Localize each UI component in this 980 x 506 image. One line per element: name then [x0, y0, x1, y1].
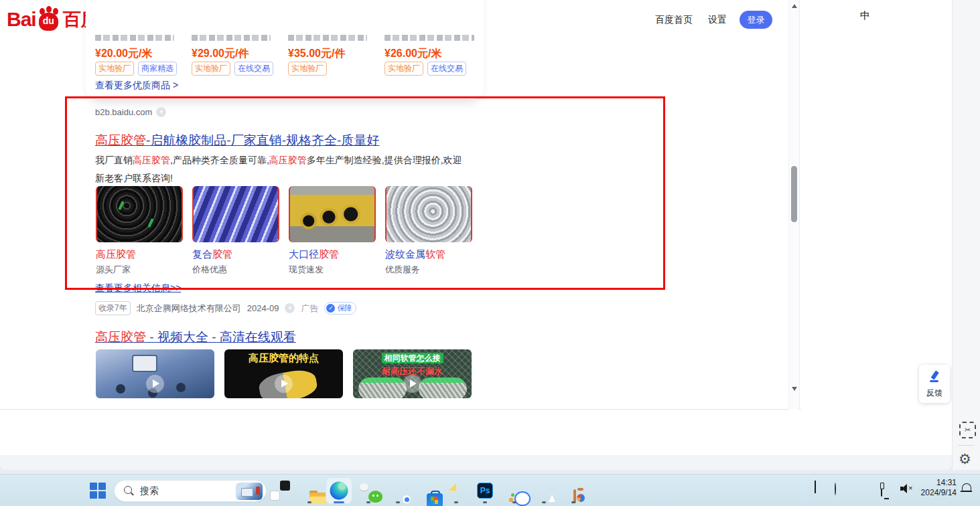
running-indicator	[571, 501, 575, 503]
scroll-up-arrow-icon[interactable]	[792, 4, 797, 8]
taskbar-search-label: 搜索	[140, 485, 159, 497]
search-highlight-image	[236, 483, 263, 500]
edge-browser-button[interactable]	[326, 477, 352, 504]
thumbnail-art	[358, 377, 407, 398]
scrollbar-thumb[interactable]	[791, 166, 797, 222]
more-related-link[interactable]: 查看更多相关信息>>	[95, 282, 181, 294]
video-thumb-connect[interactable]: 相同软管怎么接 耐高压还不漏水	[353, 349, 472, 398]
badge-verified-factory: 实地验厂	[95, 62, 134, 76]
truncated-product-title	[288, 35, 367, 41]
product-thumb-composite-hose[interactable]	[192, 186, 279, 242]
baidu-logo-bai: Bai	[7, 8, 36, 31]
notification-bell-icon[interactable]	[962, 483, 971, 491]
icon-art	[360, 483, 368, 491]
product-price: ¥20.00元/米	[95, 47, 152, 61]
check-icon: ✓	[326, 304, 335, 313]
chat-app-button[interactable]	[501, 477, 528, 504]
product-thumb-subtitle: 优质服务	[385, 264, 420, 276]
task-view-button[interactable]	[267, 477, 293, 504]
title-keyword: 高压胶管	[95, 133, 146, 147]
product-thumb-large-pipe[interactable]	[289, 186, 376, 242]
video-thumb-features[interactable]: 高压胶管的特点	[224, 349, 343, 398]
nav-baidu-home[interactable]: 百度首页	[655, 14, 693, 26]
pen-icon	[880, 483, 884, 489]
running-indicator-active	[334, 501, 344, 503]
microsoft-store-button[interactable]	[413, 477, 440, 504]
icon-art	[280, 481, 290, 491]
docs-app-button[interactable]	[531, 477, 557, 504]
running-indicator	[396, 501, 400, 503]
taskbar-search-box[interactable]: 搜索	[114, 480, 267, 502]
chrome-button[interactable]	[384, 477, 411, 504]
product-thumb-rubber-hose[interactable]	[96, 186, 183, 242]
feedback-button[interactable]: 反馈	[919, 365, 950, 403]
product-thumb-label[interactable]: 波纹金属软管	[385, 248, 445, 261]
icon-art	[372, 495, 374, 497]
monitor-icon	[881, 484, 882, 497]
chevron-up-icon	[815, 481, 816, 493]
product-thumb-subtitle: 现货速发	[289, 264, 324, 276]
product-thumb-subtitle: 源头厂家	[96, 264, 131, 276]
icon-art	[376, 495, 378, 497]
feedback-label: 反馈	[919, 388, 950, 399]
tray-time: 14:31	[915, 478, 957, 488]
play-icon	[146, 375, 164, 393]
start-pane	[98, 491, 106, 499]
tray-show-hidden-icons[interactable]	[815, 482, 816, 494]
globe-off-icon	[835, 483, 836, 495]
icon-art	[577, 494, 585, 502]
play-icon	[275, 375, 293, 393]
badge-merchant-select: 商家精选	[138, 62, 177, 76]
thumbnail-art	[256, 487, 260, 495]
browser-side-strip: ✂ ⚙	[952, 0, 980, 470]
file-explorer-button[interactable]	[296, 477, 323, 504]
sticky-notes-button[interactable]	[443, 477, 470, 504]
product-thumb-label[interactable]: 高压胶管	[96, 248, 136, 261]
login-button[interactable]: 登录	[740, 11, 772, 29]
product-thumb-subtitle: 价格优惠	[192, 264, 227, 276]
label-red-part: 胶管	[319, 248, 339, 260]
icon-art	[368, 491, 382, 503]
running-indicator	[483, 501, 487, 503]
title-keyword: 高压胶管	[95, 330, 146, 344]
thumbnail-art	[176, 383, 186, 392]
nav-settings[interactable]: 设置	[708, 14, 727, 26]
desc-keyword: 高压胶管	[269, 155, 307, 165]
clipboard-app-button[interactable]	[560, 477, 587, 504]
tray-network-globe-icon[interactable]	[835, 483, 836, 495]
wechat-button[interactable]	[355, 477, 382, 504]
video-thumb-classroom[interactable]	[96, 349, 214, 398]
start-button[interactable]	[90, 483, 106, 499]
badge-verified-factory: 实地验厂	[384, 62, 423, 76]
ad-result-title-link[interactable]: 高压胶管-启航橡胶制品-厂家直销-规格齐全-质量好	[95, 132, 379, 149]
product-thumb-label[interactable]: 复合胶管	[192, 248, 232, 261]
tray-ime-indicator[interactable]: 中	[860, 9, 870, 22]
gear-icon[interactable]: ⚙	[959, 451, 971, 467]
running-indicator	[512, 501, 516, 503]
tray-display-icon[interactable]	[881, 485, 882, 497]
badge-online-trade: 在线交易	[234, 62, 273, 76]
scroll-down-arrow-icon[interactable]	[792, 387, 797, 391]
photoshop-button[interactable]: Ps	[472, 477, 498, 504]
page-scrollbar[interactable]	[788, 0, 800, 410]
running-indicator	[366, 501, 370, 503]
product-thumb-metal-hose[interactable]	[385, 186, 472, 242]
start-pane	[90, 491, 97, 499]
meta-dropdown-icon[interactable]: ▾	[285, 303, 295, 313]
label-blue-part: 波纹金属	[385, 248, 425, 260]
desktop: Bai du 百度 ✕ 百度一下 百度首页 设置 登录 ¥20.00元/米	[0, 0, 980, 506]
tray-clock[interactable]: 14:31 2024/9/14	[915, 478, 957, 498]
label-red-part: 软管	[425, 248, 445, 260]
badge-verified-factory: 实地验厂	[192, 62, 230, 76]
windows-taskbar: 搜索	[0, 474, 980, 506]
product-thumb-label[interactable]: 大口径胶管	[289, 248, 339, 261]
product-price: ¥26.00元/米	[384, 47, 441, 61]
caption-chip: 相同软管怎么接	[382, 353, 443, 363]
title-rest: -启航橡胶制品-厂家直销-规格齐全-质量好	[146, 133, 379, 147]
screenshot-tool-icon[interactable]: ✂	[959, 422, 976, 438]
site-dropdown-icon[interactable]: ▾	[156, 107, 166, 117]
more-goods-link[interactable]: 查看更多优质商品 >	[95, 80, 178, 92]
video-result-title-link[interactable]: 高压胶管 - 视频大全 - 高清在线观看	[95, 329, 296, 346]
browser-window: Bai du 百度 ✕ 百度一下 百度首页 设置 登录 ¥20.00元/米	[0, 0, 952, 470]
viewport-bottom-border	[0, 409, 801, 410]
